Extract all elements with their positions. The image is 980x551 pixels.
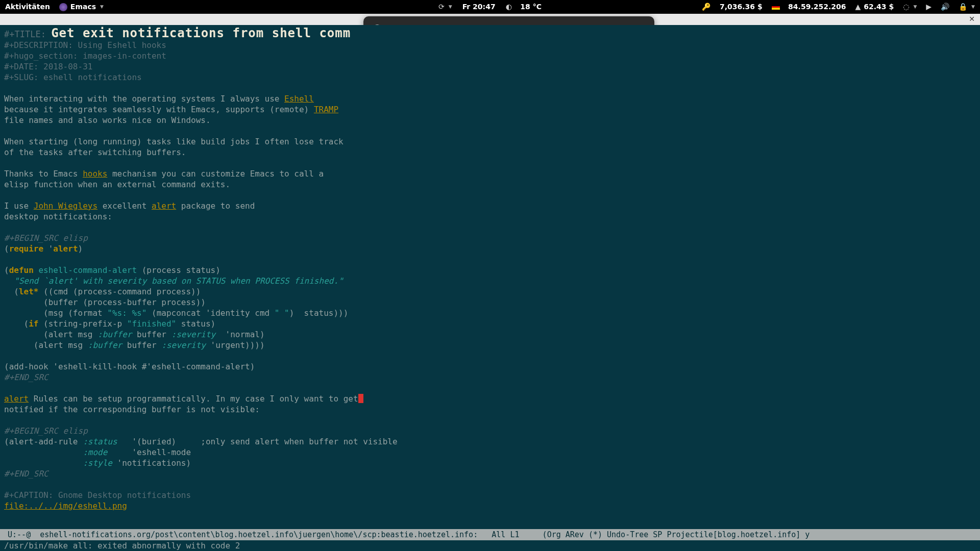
link-hooks[interactable]: hooks [83,169,107,179]
code: (process status) [142,265,220,275]
org-title-keyword: #+TITLE: [4,29,51,39]
moon-icon: ◐ [506,0,512,14]
lock-icon[interactable]: 🔒▼ [959,0,975,14]
code: (buffer (process-buffer process)) [4,297,976,308]
kwarg: :style [83,458,112,468]
body-text: package to send [176,201,255,211]
org-caption: #+CAPTION: Gnome Desktop notifications [4,490,976,500]
emacs-echo-area: /usr/bin/make all: exited abnormally wit… [0,540,980,551]
body-text: because it integrates seamlessly with Em… [4,105,314,114]
kwarg: :status [83,437,117,446]
kw-if: if [29,319,38,329]
body-text: Rules can be setup programmatically. In … [29,394,358,404]
code: ( [4,319,29,329]
code: ((cmd (process-command process)) [38,287,201,296]
org-date: #+DATE: 2018-08-31 [4,61,976,72]
code: '(buried) ;only send alert when buffer n… [117,437,398,446]
code [4,458,83,468]
kw-let: let* [19,287,39,296]
paren: ( [4,244,9,254]
body-text: desktop notifications: [4,211,976,222]
code: 'eshell-mode [107,447,191,457]
weather[interactable]: ◐ 18 °C [506,0,542,14]
org-end-src: #+END_SRC [4,372,976,383]
body-text: mechanism you can customize Emacs to cal… [107,169,324,179]
link-alert-2[interactable]: alert [4,394,29,404]
paren: ) [78,244,83,254]
fn-name: eshell-command-alert [34,265,142,275]
code: ) status))) [289,308,349,318]
kw-defun: defun [9,265,34,275]
body-text: file names and also works nice on Window… [4,115,976,126]
body-text: excellent [97,201,152,211]
activities-button[interactable]: Aktivitäten [5,0,50,14]
chevron-down-icon: ▼ [100,0,104,14]
code: (mapconcat 'identity cmd [146,308,274,318]
docstring: "Send `alert' with severity based on STA… [4,276,976,286]
status-circle-icon[interactable]: ◌▼ [903,0,917,14]
code: 'normal) [215,330,264,339]
code [4,447,83,457]
link-tramp[interactable]: TRAMP [314,105,338,114]
org-slug: #+SLUG: eshell notifications [4,72,976,83]
sym-alert: alert [53,244,78,254]
string: "finished" [127,319,176,329]
body-text: of the tasks after switching buffers. [4,147,976,158]
refresh-icon[interactable]: ⟳▼ [438,0,452,14]
string: "%s: %s" [107,308,146,318]
body-text: Thanks to Emacs [4,169,83,179]
emacs-buffer[interactable]: #+TITLE: Get exit notifications from she… [0,25,980,551]
code: ( [4,287,19,296]
wifi-icon[interactable]: ▶ [926,0,932,14]
org-hugo-section: #+hugo_section: images-in-content [4,51,976,61]
org-begin-src-2: #+BEGIN_SRC elisp [4,425,976,436]
kwarg: :buffer [88,340,122,350]
ticker-2[interactable]: ▲ 62.43 $ [855,0,894,14]
code: buffer [122,340,161,350]
code: (alert msg [4,330,97,339]
emacs-icon [59,3,67,11]
code: (msg (format [4,308,107,318]
text-cursor [358,394,363,403]
body-text: I use [4,201,34,211]
clock[interactable]: Fr 20:47 [462,0,496,14]
ip-indicator[interactable]: 84.59.252.206 [772,0,846,14]
paren: ( [4,265,9,275]
code: (alert-add-rule [4,437,83,446]
link-alert[interactable]: alert [152,201,176,211]
string: " " [275,308,289,318]
code: (alert msg [4,340,88,350]
body-text: notified if the corresponding buffer is … [4,404,976,415]
body-text: When starting (long running) tasks like … [4,136,976,147]
code: buffer [132,330,171,339]
key-icon[interactable]: 🔑 [702,0,710,14]
tab-close-icon[interactable]: ✕ [969,15,975,23]
focused-app-menu[interactable]: Emacs▼ [59,0,104,14]
code: 'urgent)))) [206,340,265,350]
body-text: When interacting with the operating syst… [4,94,284,104]
code: (string-prefix-p [38,319,127,329]
link-john-wiegley[interactable]: John Wiegleys [34,201,97,211]
volume-icon[interactable]: 🔊 [941,0,949,14]
link-eshell[interactable]: Eshell [284,94,314,104]
link-file-image[interactable]: file:../../img/eshell.png [4,501,127,511]
flag-de-icon [772,4,780,10]
kwarg: :severity [172,330,216,339]
ticker-1[interactable]: 7,036.36 $ [720,0,763,14]
code: (add-hook 'eshell-kill-hook #'eshell-com… [4,361,976,372]
kwarg: :mode [83,447,107,457]
kwarg: :severity [161,340,206,350]
code: 'notifications) [112,458,191,468]
emacs-modeline[interactable]: U:--@ eshell-notifications.org/post\cont… [0,529,980,540]
org-begin-src: #+BEGIN_SRC elisp [4,233,976,243]
kwarg: :buffer [97,330,132,339]
code: status) [176,319,215,329]
org-description: #+DESCRIPTION: Using Eshell hooks [4,40,976,51]
body-text: elisp function when an external command … [4,179,976,190]
kw-require: require [9,244,43,254]
org-title: Get exit notifications from shell comm [51,26,351,40]
gnome-top-panel: Aktivitäten Emacs▼ ⟳▼ Fr 20:47 ◐ 18 °C 🔑… [0,0,980,14]
code: ' [43,244,53,254]
org-end-src-2: #+END_SRC [4,468,976,479]
